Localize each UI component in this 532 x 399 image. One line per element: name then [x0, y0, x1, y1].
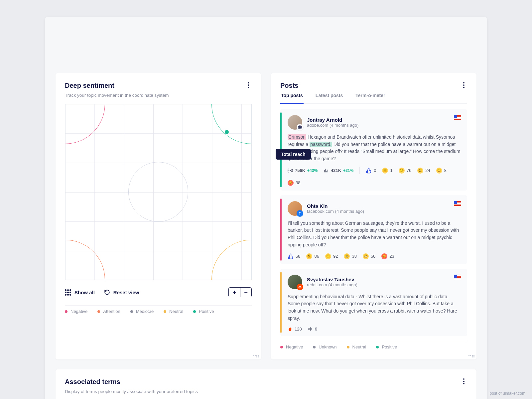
shush-emoji-icon: 🤫 [306, 253, 312, 259]
legend-label: Positive [382, 344, 397, 349]
post-author: Jontray Arnold [307, 117, 358, 123]
post-item[interactable]: f Ohta Kin facebook.com (4 months ago) I… [280, 195, 467, 264]
like-count[interactable]: 0 [366, 168, 376, 174]
reach-metric[interactable]: 756K+43% [288, 168, 318, 173]
post-item[interactable]: Svyatoslav Taushev reddit.com (4 months … [280, 269, 467, 336]
legend-item[interactable]: Positive [193, 309, 214, 314]
post-meta: reddit.com (4 months ago) [307, 282, 357, 287]
thumb-up-icon [288, 253, 294, 259]
legend-label: Mediocre [136, 309, 154, 314]
reset-view-label: Reset view [113, 290, 139, 295]
neutral-arc-icon [211, 240, 252, 280]
posts-legend: NegativeUnknownNeutralPositive [280, 341, 467, 356]
angry-emoji-icon: 😡 [288, 180, 294, 186]
post-meta: adobe.com (4 months ago) [307, 123, 358, 128]
zoom-controls: + − [228, 287, 252, 297]
upvote-count[interactable]: 128 [288, 327, 302, 332]
card-menu-icon[interactable] [461, 82, 467, 88]
zoom-in-button[interactable]: + [229, 288, 240, 297]
legend-item[interactable]: Positive [376, 344, 397, 349]
legend-dot-icon [97, 310, 100, 313]
deep-sentiment-card: Deep sentiment Track your topic movement… [56, 73, 261, 359]
react-shush[interactable]: 🤫1 [382, 168, 392, 174]
legend-dot-icon [347, 346, 349, 348]
source-badge-icon: f [297, 210, 303, 217]
legend-dot-icon [65, 310, 67, 313]
react-weary[interactable]: 😩24 [417, 168, 430, 174]
thumb-up-icon [366, 168, 372, 174]
card-subtitle: Track your topic movement in the coordin… [65, 93, 169, 98]
card-menu-icon[interactable] [461, 378, 467, 385]
react-angry[interactable]: 😡23 [381, 253, 394, 259]
legend-label: Negative [286, 344, 303, 349]
tab-latest-posts[interactable]: Latest posts [315, 93, 343, 103]
avatar[interactable] [288, 275, 302, 289]
avatar[interactable]: f [288, 201, 302, 216]
resize-handle-icon[interactable] [252, 351, 259, 357]
post-item[interactable]: Total reach Jontray Arnold adobe.com (4 … [280, 109, 467, 191]
react-weary[interactable]: 😩38 [344, 253, 356, 259]
positive-arc-icon [211, 104, 252, 144]
highlight-positive: password. [310, 142, 332, 147]
legend-dot-icon [164, 310, 166, 313]
flag-icon [454, 115, 461, 120]
dashboard: Deep sentiment Track your topic movement… [45, 17, 487, 399]
highlight-negative: Crimson [288, 134, 306, 140]
card-title: Deep sentiment [65, 82, 169, 89]
react-laugh[interactable]: 😄56 [363, 253, 375, 259]
legend-item[interactable]: Neutral [164, 309, 183, 314]
legend-item[interactable]: Negative [280, 344, 303, 349]
react-worried[interactable]: 😟92 [325, 253, 338, 259]
avatar[interactable] [288, 115, 302, 130]
svg-point-2 [299, 287, 300, 287]
mediocre-circle-icon [128, 162, 188, 222]
svg-point-1 [290, 170, 291, 171]
legend-item[interactable]: Unknown [313, 344, 336, 349]
zoom-out-button[interactable]: − [240, 288, 251, 297]
engagement-metric[interactable]: 421K+21% [324, 168, 353, 173]
legend-label: Positive [199, 309, 214, 314]
reset-view-button[interactable]: Reset view [104, 289, 139, 295]
legend-item[interactable]: Mediocre [130, 309, 154, 314]
legend-label: Negative [70, 309, 87, 314]
show-all-button[interactable]: Show all [65, 289, 95, 296]
like-count[interactable]: 68 [288, 253, 300, 259]
flag-icon [454, 275, 461, 280]
legend-item[interactable]: Attention [97, 309, 120, 314]
legend-item[interactable]: Neutral [347, 344, 366, 349]
legend-label: Attention [103, 309, 120, 314]
worried-emoji-icon: 😟 [325, 253, 331, 259]
svg-point-4 [299, 286, 301, 288]
negative-arc-icon [65, 104, 105, 144]
watermark: post of uimaker.com [490, 391, 525, 396]
tabs: Top postsLatest postsTerm-o-meter [280, 93, 467, 104]
posts-card: Posts Top postsLatest postsTerm-o-meter … [271, 73, 476, 359]
associated-terms-card: Associated terms Display of terms people… [56, 369, 476, 399]
laugh-emoji-icon: 😄 [436, 168, 442, 174]
react-angry[interactable]: 😡38 [288, 180, 300, 186]
tab-term-o-meter[interactable]: Term-o-meter [355, 93, 386, 103]
legend-label: Unknown [319, 344, 336, 349]
sentiment-chart[interactable] [65, 104, 252, 280]
announce-count[interactable]: 6 [308, 327, 317, 332]
legend-label: Neutral [169, 309, 183, 314]
legend-dot-icon [376, 346, 379, 348]
resize-handle-icon[interactable] [468, 351, 474, 357]
data-point[interactable] [225, 130, 229, 134]
react-shush[interactable]: 🤫86 [306, 253, 319, 259]
show-all-label: Show all [74, 290, 95, 295]
legend-dot-icon [130, 310, 133, 313]
post-metrics: 68 🤫86 😟92 😩38 😄56 😡23 [288, 253, 461, 259]
legend-item[interactable]: Negative [65, 309, 87, 314]
card-title: Posts [280, 82, 298, 89]
source-badge-icon [297, 124, 303, 131]
react-worried[interactable]: 😟76 [399, 168, 411, 174]
post-body: I'll tell you something about German sau… [288, 220, 461, 249]
tab-top-posts[interactable]: Top posts [280, 93, 304, 104]
post-body: Crimson Hexagon and Brandwatch offer unl… [288, 134, 461, 163]
weary-emoji-icon: 😩 [344, 253, 350, 259]
source-badge-icon [297, 284, 303, 290]
shush-emoji-icon: 🤫 [382, 168, 388, 174]
card-menu-icon[interactable] [245, 82, 252, 88]
react-laugh[interactable]: 😄8 [436, 168, 447, 174]
